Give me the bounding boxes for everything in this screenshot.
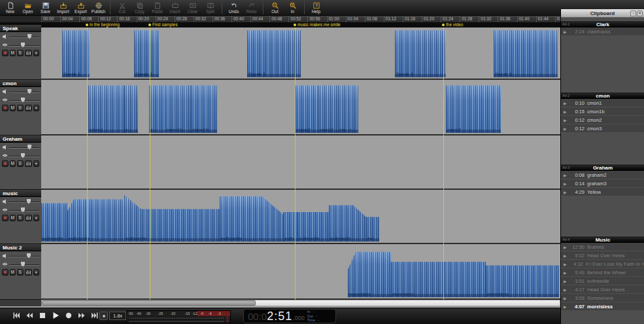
play-triangle-icon[interactable]: ▶ [564, 126, 568, 131]
mute-button[interactable]: M [10, 215, 16, 221]
track-lane-cmon[interactable]: cmon1c...c...cmon1bcmon1bcmon2cmon2cm...… [41, 80, 560, 135]
audio-clip[interactable]: c... [124, 82, 138, 133]
pan-slider-thumb[interactable] [21, 153, 25, 158]
clipboard-item[interactable]: ▶3:53Somewhere [561, 294, 644, 302]
record-arm-button[interactable] [2, 105, 8, 111]
audio-clip[interactable]: Speak 3 [247, 27, 301, 77]
track-menu-button[interactable]: ▼ [33, 215, 40, 221]
clipboard-item[interactable]: ▶5:49Behind the Wheel [561, 268, 644, 277]
volume-slider-thumb[interactable] [27, 34, 31, 39]
audio-clip[interactable]: evilneedle [67, 192, 124, 242]
audio-clip[interactable]: cmon1 [88, 82, 124, 133]
clipboard-item[interactable]: ▶3:51evilneedle [561, 277, 644, 285]
play-triangle-icon[interactable]: ▶ [564, 245, 568, 249]
timeline-marker[interactable]: First samples [148, 22, 178, 27]
solo-button[interactable]: S [17, 50, 24, 56]
clipboard-item[interactable]: ▶0:15cmon1b [561, 107, 644, 116]
effects-eq-button[interactable] [25, 105, 32, 111]
audio-clip[interactable]: evilneedle [41, 192, 67, 242]
solo-button[interactable]: S [17, 215, 24, 221]
marker-strip[interactable]: in the beginningFirst samplesmusic makes… [0, 22, 560, 27]
pan-slider[interactable] [9, 43, 39, 48]
clipboard-item[interactable]: ▶5:02Head Over Heels [561, 251, 644, 260]
clipboard-item[interactable]: ▶12:50Brahms [561, 243, 644, 251]
timeline-marker[interactable]: music makes me smile [294, 22, 341, 27]
pan-slider-thumb[interactable] [21, 43, 25, 48]
play-triangle-icon[interactable]: ▶ [564, 287, 568, 292]
horizontal-scrollbar-track[interactable] [41, 300, 560, 306]
pause-at-record-button[interactable] [99, 312, 108, 320]
pan-slider-thumb[interactable] [21, 207, 25, 213]
audio-clip[interactable]: cmon1b [165, 82, 191, 133]
skip-end-button[interactable] [90, 311, 99, 320]
effects-eq-button[interactable] [25, 160, 32, 167]
clipboard-item[interactable]: ▶4:07moreisless [561, 302, 644, 311]
clipboard-item[interactable]: ▶0:10cmon1 [561, 99, 644, 107]
section-header[interactable]: Alt-4Music [561, 236, 644, 243]
audio-clip[interactable]: Speak 5 [494, 27, 558, 77]
volume-slider[interactable] [9, 89, 39, 94]
volume-slider[interactable] [9, 145, 39, 150]
volume-slider-thumb[interactable] [27, 253, 31, 259]
solo-button[interactable]: S [17, 105, 24, 111]
audio-clip[interactable]: Speak 1 [62, 27, 90, 77]
audio-clip[interactable]: Speak 4 [395, 27, 446, 77]
pan-slider[interactable] [9, 98, 39, 103]
effects-eq-button[interactable] [25, 269, 32, 276]
volume-slider-thumb[interactable] [27, 199, 31, 204]
timeline-marker[interactable]: in the beginning [86, 22, 120, 27]
volume-slider[interactable] [9, 253, 39, 259]
track-lane-graham[interactable] [41, 135, 560, 190]
play-triangle-icon[interactable]: ▶ [564, 304, 568, 309]
play-triangle-icon[interactable]: ▶ [564, 101, 568, 105]
volume-slider-thumb[interactable] [27, 89, 31, 94]
clipboard-item[interactable]: ▶4:17Head Over Heels [561, 285, 644, 294]
play-triangle-icon[interactable]: ▶ [564, 296, 568, 300]
fast-forward-button[interactable] [77, 311, 86, 320]
track-menu-button[interactable]: ▼ [33, 50, 40, 56]
timeline-ruler[interactable]: 00:0000:0400:0800:1200:1600:2000:2400:28… [41, 16, 560, 22]
play-triangle-icon[interactable]: ▶ [564, 190, 568, 194]
close-panel-button[interactable]: ✕ [637, 10, 643, 16]
record-arm-button[interactable] [2, 160, 8, 167]
audio-clip[interactable]: moreisless [391, 247, 486, 297]
volume-slider-thumb[interactable] [27, 145, 31, 150]
effects-eq-button[interactable] [25, 50, 32, 56]
audio-clip[interactable]: evi... [366, 192, 379, 242]
play-triangle-icon[interactable]: ▶ [564, 109, 568, 114]
track-lane-music-2[interactable]: moreislessmoreislessmoreisless [41, 244, 560, 300]
play-triangle-icon[interactable]: ▶ [564, 262, 568, 266]
in-button[interactable]: In [284, 0, 301, 16]
timeline-marker[interactable]: the video [442, 22, 463, 27]
play-triangle-icon[interactable]: ▶ [564, 253, 568, 258]
effects-eq-button[interactable] [25, 215, 32, 221]
track-menu-button[interactable]: ▼ [33, 269, 40, 276]
audio-clip[interactable]: moreisless [486, 247, 559, 297]
mute-button[interactable]: M [10, 50, 16, 56]
audio-clip[interactable]: evilneedle [220, 192, 283, 242]
help-button[interactable]: ?Help [307, 0, 325, 16]
clipboard-item[interactable]: ▶0:14graham3 [561, 179, 644, 188]
audio-clip[interactable]: evilneedle [297, 192, 329, 242]
volume-slider[interactable] [9, 34, 39, 39]
audio-clip[interactable]: cmon3 [446, 82, 501, 133]
record-button[interactable] [64, 311, 73, 320]
play-triangle-icon[interactable]: ▶ [564, 29, 568, 34]
save-button[interactable]: Save [37, 0, 54, 16]
play-triangle-icon[interactable]: ▶ [564, 173, 568, 177]
play-button[interactable] [51, 311, 60, 320]
play-triangle-icon[interactable]: ▶ [564, 270, 568, 275]
clipboard-item[interactable]: ▶2:24clarktracks [561, 27, 644, 36]
collapse-panel-button[interactable]: ▫ [630, 10, 636, 16]
undo-button[interactable]: Undo [225, 0, 243, 16]
solo-button[interactable]: S [17, 269, 24, 276]
clipboard-item[interactable]: ▶0:12cmon3 [561, 124, 644, 133]
import-button[interactable]: Import [54, 0, 72, 16]
audio-clip[interactable]: cmon2 [296, 82, 318, 133]
section-header[interactable]: Alt-2cmon [561, 92, 644, 99]
audio-clip[interactable]: evilneedle [124, 192, 220, 242]
volume-slider[interactable] [9, 199, 39, 204]
pan-slider[interactable] [9, 153, 39, 158]
track-lane-music[interactable]: evilneedleevilneedleevilneedleevilneedle… [41, 190, 560, 244]
solo-button[interactable]: S [17, 160, 24, 167]
